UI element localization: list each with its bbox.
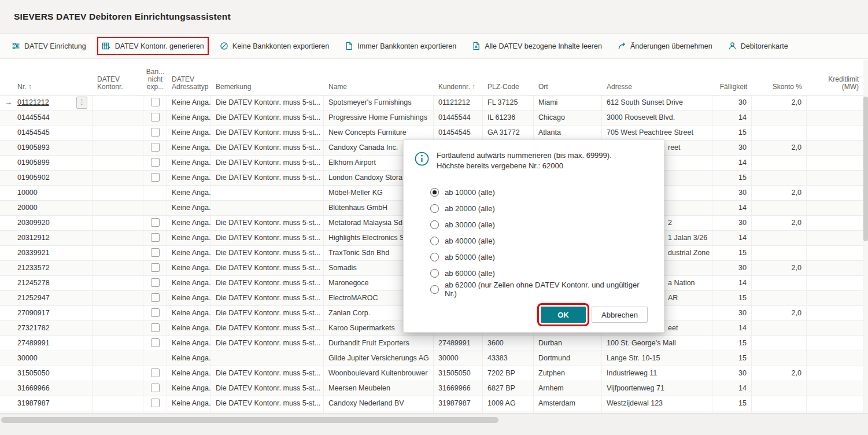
- cell-nr[interactable]: 27090917: [13, 306, 93, 320]
- customer-number-link[interactable]: 01445544: [17, 110, 50, 124]
- bank-not-export-checkbox[interactable]: [151, 98, 160, 106]
- cell-kreditlimit[interactable]: [807, 201, 863, 215]
- ok-button[interactable]: OK: [541, 307, 586, 323]
- customer-number-link[interactable]: 21245278: [17, 276, 50, 290]
- customer-number-link[interactable]: 10000: [17, 186, 38, 200]
- cell-faelligkeit[interactable]: 14: [712, 321, 752, 336]
- cell-bank-not-export[interactable]: [143, 186, 167, 200]
- cell-faelligkeit[interactable]: 15: [712, 351, 752, 366]
- cell-skonto[interactable]: 2,0: [752, 306, 807, 320]
- cell-skonto[interactable]: [752, 110, 807, 125]
- bank-not-export-checkbox[interactable]: [151, 113, 160, 121]
- cell-ort[interactable]: Zutphen: [534, 366, 602, 381]
- cell-skonto[interactable]: [752, 336, 807, 351]
- toolbar-item[interactable]: Alle DATEV bezogene Inhalte leeren: [472, 42, 602, 50]
- cell-datev-kontonr[interactable]: [93, 321, 143, 336]
- cell-adressattyp[interactable]: Keine Anga...: [167, 156, 211, 170]
- customer-number-link[interactable]: 20309920: [17, 216, 50, 230]
- cell-bemerkung[interactable]: Die DATEV Kontonr. muss 5-st...: [211, 276, 324, 290]
- cell-bank-not-export[interactable]: [143, 306, 167, 320]
- customer-number-link[interactable]: 21233572: [17, 261, 50, 275]
- cell-kreditlimit[interactable]: [807, 396, 863, 411]
- cell-datev-kontonr[interactable]: [93, 351, 143, 366]
- cell-skonto[interactable]: 2,0: [752, 216, 807, 230]
- cell-datev-kontonr[interactable]: [93, 201, 143, 215]
- cell-kreditlimit[interactable]: [807, 95, 863, 110]
- cell-bank-not-export[interactable]: [143, 216, 167, 230]
- cell-plz-code[interactable]: 3600: [483, 336, 534, 351]
- vertical-scrollbar-thumb[interactable]: [863, 97, 868, 241]
- cell-datev-kontonr[interactable]: [93, 186, 143, 200]
- cell-kundennr[interactable]: 31505050: [434, 366, 483, 381]
- cell-kreditlimit[interactable]: [807, 246, 863, 260]
- radio-button[interactable]: [430, 237, 439, 245]
- cell-faelligkeit[interactable]: 14: [712, 381, 752, 396]
- cell-name[interactable]: Spotsmeyer's Furnishings: [324, 95, 434, 110]
- cell-bank-not-export[interactable]: [143, 201, 167, 215]
- cell-skonto[interactable]: [752, 381, 807, 396]
- cell-faelligkeit[interactable]: 30: [712, 216, 752, 230]
- radio-option[interactable]: ab 40000 (alle): [430, 233, 650, 249]
- cell-bemerkung[interactable]: Die DATEV Kontonr. muss 5-st...: [211, 216, 324, 230]
- cell-kundennr[interactable]: 30000: [434, 351, 483, 366]
- cell-adresse[interactable]: Westzijdewal 123: [602, 396, 712, 411]
- cell-nr[interactable]: 21233572: [13, 261, 93, 275]
- cell-adresse[interactable]: Industrieweg 11: [602, 366, 712, 381]
- cell-bank-not-export[interactable]: [143, 291, 167, 305]
- cell-plz-code[interactable]: 1009 AG: [483, 396, 534, 411]
- cell-ort[interactable]: Miami: [534, 95, 602, 110]
- cell-skonto[interactable]: [752, 231, 807, 245]
- radio-button[interactable]: [430, 285, 439, 294]
- bank-not-export-checkbox[interactable]: [151, 384, 160, 392]
- cell-bank-not-export[interactable]: [143, 336, 167, 351]
- cell-skonto[interactable]: [752, 351, 807, 366]
- bank-not-export-checkbox[interactable]: [151, 263, 160, 272]
- cell-adressattyp[interactable]: Keine Anga...: [167, 141, 211, 155]
- radio-button[interactable]: [430, 253, 439, 261]
- cell-bemerkung[interactable]: Die DATEV Kontonr. muss 5-st...: [211, 126, 324, 140]
- cell-bank-not-export[interactable]: [143, 126, 167, 140]
- cell-kreditlimit[interactable]: [807, 291, 863, 305]
- customer-number-link[interactable]: 01905899: [17, 156, 50, 169]
- cell-nr[interactable]: 20339921: [13, 246, 93, 260]
- cell-kundennr[interactable]: 27489991: [434, 336, 483, 351]
- cell-skonto[interactable]: [752, 201, 807, 215]
- cell-bemerkung[interactable]: [211, 186, 324, 200]
- cell-datev-kontonr[interactable]: [93, 396, 143, 411]
- cell-bemerkung[interactable]: Die DATEV Kontonr. muss 5-st...: [211, 141, 324, 155]
- cell-faelligkeit[interactable]: 15: [712, 291, 752, 305]
- cell-nr[interactable]: 31669966: [13, 381, 93, 396]
- radio-option[interactable]: ab 20000 (alle): [430, 200, 650, 216]
- horizontal-scrollbar-thumb[interactable]: [1, 417, 498, 423]
- cell-skonto[interactable]: [752, 276, 807, 290]
- cell-adresse[interactable]: Vijfpoortenweg 71: [602, 381, 712, 396]
- cell-bemerkung[interactable]: Die DATEV Kontonr. muss 5-st...: [211, 396, 324, 411]
- column-header-ort[interactable]: Ort: [534, 59, 602, 95]
- cell-name[interactable]: Meersen Meubelen: [324, 381, 434, 396]
- customer-number-link[interactable]: 31505050: [17, 366, 50, 380]
- radio-button[interactable]: [430, 269, 439, 278]
- cell-name[interactable]: Gilde Jupiter Versicherungs AG: [324, 351, 434, 366]
- cell-datev-kontonr[interactable]: [93, 291, 143, 305]
- cell-bank-not-export[interactable]: [143, 321, 167, 336]
- cell-nr[interactable]: 01454545: [13, 126, 93, 140]
- cell-bemerkung[interactable]: Die DATEV Kontonr. muss 5-st...: [211, 171, 324, 185]
- cell-adressattyp[interactable]: Keine Anga...: [167, 110, 211, 125]
- cell-nr[interactable]: 01905902: [13, 171, 93, 185]
- cell-bemerkung[interactable]: [211, 351, 324, 366]
- cell-nr[interactable]: 01121212⋮: [13, 95, 93, 110]
- cell-plz-code[interactable]: IL 61236: [483, 110, 534, 125]
- cell-kreditlimit[interactable]: [807, 306, 863, 320]
- cell-datev-kontonr[interactable]: [93, 366, 143, 381]
- cell-skonto[interactable]: [752, 396, 807, 411]
- customer-number-link[interactable]: 30000: [17, 351, 38, 365]
- cell-kreditlimit[interactable]: [807, 381, 863, 396]
- cell-bank-not-export[interactable]: [143, 276, 167, 290]
- cell-adressattyp[interactable]: Keine Anga...: [167, 201, 211, 215]
- cell-faelligkeit[interactable]: 15: [712, 246, 752, 260]
- cell-adressattyp[interactable]: Keine Anga...: [167, 126, 211, 140]
- column-header-ban_nicht_exp[interactable]: Ban... nicht exp...: [143, 59, 167, 95]
- horizontal-scrollbar[interactable]: [0, 413, 868, 435]
- cell-adressattyp[interactable]: Keine Anga...: [167, 291, 211, 305]
- cell-adressattyp[interactable]: Keine Anga...: [167, 366, 211, 381]
